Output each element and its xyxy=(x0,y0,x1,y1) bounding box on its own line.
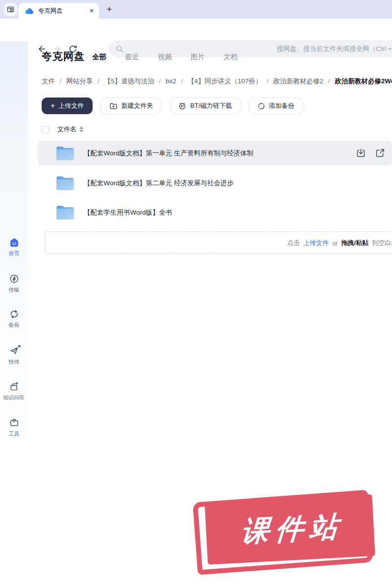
watermark-text: 课件站 xyxy=(235,508,345,552)
file-row[interactable]: 【配套Word版文档】第二单元 经济发展与社会进步 xyxy=(38,171,392,196)
bt-magnet-icon: BT xyxy=(178,101,187,110)
backup-sync-icon xyxy=(9,309,20,319)
tab-recent[interactable]: 最近 xyxy=(125,52,139,62)
tab-search-icon xyxy=(7,6,14,13)
dropzone-hint: 点击 上传文件 or 拖拽/粘贴 到空白处 xyxy=(287,232,392,254)
file-name: 【配套Word版文档】第一单元 生产资料所有制与经济体制 xyxy=(84,149,253,158)
quark-favicon xyxy=(25,7,34,14)
sidebar-item-transfer[interactable]: 传输 xyxy=(0,273,28,294)
upload-file-button[interactable]: + 上传文件 xyxy=(42,98,93,114)
paper-plane-icon xyxy=(9,345,20,356)
dropzone-target-text: 到空白处 xyxy=(372,239,392,247)
browser-tab[interactable]: 夸克网盘 ✕ xyxy=(19,3,99,19)
download-icon[interactable] xyxy=(356,148,366,158)
file-name: 【配套学生用书Word版】全书 xyxy=(84,208,172,217)
dropzone-drag-text: 拖拽/粘贴 xyxy=(342,239,369,247)
transfer-icon xyxy=(9,273,20,284)
breadcrumb-item[interactable]: bx2 xyxy=(166,77,176,85)
folder-icon xyxy=(56,205,74,220)
breadcrumb-separator: / xyxy=(98,77,99,85)
sidebar-item-knowledge-qa[interactable]: 知识问答 xyxy=(0,381,28,401)
sidebar-label-knowledge-qa: 知识问答 xyxy=(3,394,25,401)
sort-toggle-icon[interactable] xyxy=(79,126,83,132)
home-icon xyxy=(9,237,20,248)
browser-tab-strip: 夸克网盘 ✕ + xyxy=(0,0,392,19)
add-backup-label: 添加备份 xyxy=(269,101,294,110)
sidebar: 首页 传输 备份 xyxy=(0,41,28,588)
tab-search-button[interactable] xyxy=(4,3,17,16)
knowledge-box-icon xyxy=(9,381,20,392)
toolbox-icon xyxy=(9,417,20,428)
dropzone-upload-link[interactable]: 上传文件 xyxy=(303,239,329,247)
file-row[interactable]: 【配套学生用书Word版】全书 xyxy=(38,200,392,225)
sidebar-item-backup[interactable]: 备份 xyxy=(0,309,28,329)
tab-video[interactable]: 视频 xyxy=(158,52,172,62)
breadcrumb-current: 政治新教材必修2Wor xyxy=(335,77,392,85)
tab-close-icon[interactable]: ✕ xyxy=(89,7,94,14)
browser-toolbar xyxy=(0,19,392,41)
breadcrumb-separator: / xyxy=(159,77,161,85)
tab-image[interactable]: 图片 xyxy=(191,52,205,62)
file-name: 【配套Word版文档】第二单元 经济发展与社会进步 xyxy=(84,179,234,188)
dropzone-or-text: or xyxy=(332,240,338,247)
action-buttons: + 上传文件 新建文件夹 BT BT/磁力链下载 xyxy=(42,98,303,114)
search-icon xyxy=(116,45,123,53)
folder-icon xyxy=(56,175,74,191)
breadcrumb-separator: / xyxy=(328,77,330,85)
sidebar-label-home: 首页 xyxy=(9,250,20,257)
dropzone-click-text: 点击 xyxy=(287,239,300,247)
breadcrumb-item[interactable]: 文件 xyxy=(42,77,55,85)
bt-magnet-download-button[interactable]: BT BT/磁力链下载 xyxy=(170,98,240,114)
folder-icon xyxy=(56,146,74,161)
select-all-checkbox[interactable] xyxy=(42,126,49,133)
page: 夸克网盘 ✕ + xyxy=(0,0,392,588)
page-title: 夸克网盘 xyxy=(42,49,85,63)
sidebar-item-tools[interactable]: 工具 xyxy=(0,417,28,438)
new-folder-button[interactable]: 新建文件夹 xyxy=(101,98,161,114)
stamp-fill: 课件站 xyxy=(205,494,375,565)
sidebar-label-quick-transfer: 快传 xyxy=(9,358,20,366)
sidebar-item-home[interactable]: 首页 xyxy=(0,237,28,257)
tab-title: 夸克网盘 xyxy=(38,7,86,15)
new-folder-label: 新建文件夹 xyxy=(121,101,153,110)
filename-column-header: 文件名 xyxy=(57,125,76,134)
bt-glyph: BT xyxy=(181,105,185,108)
breadcrumb-separator: / xyxy=(267,77,269,85)
upload-dropzone[interactable]: 点击 上传文件 or 拖拽/粘贴 到空白处 xyxy=(45,231,392,254)
backup-circle-icon xyxy=(257,102,266,110)
sidebar-label-tools: 工具 xyxy=(9,430,20,438)
breadcrumb-item[interactable]: 【5】道德与法治 xyxy=(104,77,154,85)
breadcrumb-separator: / xyxy=(60,77,62,85)
search-input[interactable] xyxy=(128,45,392,52)
file-row[interactable]: 【配套Word版文档】第一单元 生产资料所有制与经济体制 xyxy=(38,141,392,166)
breadcrumb-item[interactable]: 政治新教材必修2 xyxy=(273,77,323,85)
breadcrumb: 文件 / 网站分享 / 【5】道德与法治 / bx2 / 【4】同步讲义（107… xyxy=(42,77,392,87)
watermark-stamp: 课件站 xyxy=(193,489,380,575)
add-backup-button[interactable]: 添加备份 xyxy=(249,98,303,114)
open-in-new-icon[interactable] xyxy=(375,148,385,158)
new-folder-icon xyxy=(109,102,118,110)
sidebar-label-transfer: 传输 xyxy=(9,286,20,294)
upload-file-label: 上传文件 xyxy=(58,101,84,110)
filter-tabs: 全部 最近 视频 图片 文档 xyxy=(92,52,238,62)
breadcrumb-item[interactable]: 【4】同步讲义（107份） xyxy=(188,77,262,85)
file-list-header: 文件名 xyxy=(42,125,83,134)
bt-magnet-label: BT/磁力链下载 xyxy=(190,101,232,110)
tab-document[interactable]: 文档 xyxy=(223,52,238,62)
sidebar-label-backup: 备份 xyxy=(9,321,20,329)
breadcrumb-item[interactable]: 网站分享 xyxy=(66,77,93,85)
notification-badge-dot xyxy=(18,344,21,348)
new-tab-button[interactable]: + xyxy=(103,3,115,15)
tab-all[interactable]: 全部 xyxy=(92,52,106,62)
breadcrumb-separator: / xyxy=(181,77,183,85)
sidebar-item-quick-transfer[interactable]: 快传 xyxy=(0,345,28,366)
plus-icon: + xyxy=(50,102,55,110)
